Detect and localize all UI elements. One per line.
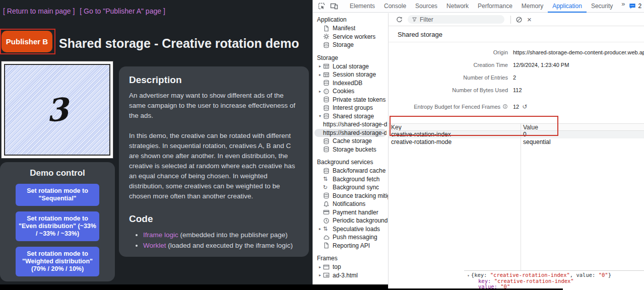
sidebar-item-manifest[interactable]: Manifest [313,24,388,33]
entry-preview-pane: ▾{key: "creative-rotation-index", value:… [464,270,644,290]
funnel-icon [412,17,417,22]
value-column-header[interactable]: Value [521,124,644,130]
database-icon [323,105,330,111]
sidebar-item-service-workers[interactable]: Service workers [313,33,388,41]
metadata-row-number-of-entries: Number of Entries 2 [389,71,644,84]
ad-creative-iframe: 3 [1,61,113,159]
issues-indicator[interactable]: 2 [629,3,641,10]
description-paragraph-2: In this demo, the creative can be rotate… [129,131,299,201]
device-toolbar-icon[interactable] [330,2,338,10]
column-divider[interactable] [521,124,521,270]
sidebar-item-cookies[interactable]: ▸Cookies [313,87,388,96]
publisher-b-badge[interactable]: Publisher B [2,31,52,52]
sidebar-item-storage-buckets[interactable]: Storage buckets [313,146,388,154]
devtools-window: Elements Console Sources Network Perform… [312,0,644,290]
set-weighted-distribution-button[interactable]: Set rotation mode to "Weighted distribut… [16,247,99,276]
iframe-logic-link[interactable]: Iframe logic [143,231,178,239]
database-icon [323,168,330,174]
sidebar-item-back-forward-cache[interactable]: Back/forward cache [313,167,388,175]
sidebar-item-background-fetch[interactable]: ⇅Background fetch [313,175,388,184]
sidebar-item-shared-storage-origin-2-selected[interactable]: https://shared-storage-d… [314,129,387,137]
more-tabs-icon[interactable]: » [617,0,629,13]
set-even-distribution-button[interactable]: Set rotation mode to "Even distribution"… [16,211,99,241]
sidebar-item-interest-groups[interactable]: Interest groups [313,104,388,112]
sidebar-item-bounce-tracking-mitigations[interactable]: Bounce tracking mitiga… [313,192,388,200]
sidebar-item-notifications[interactable]: Notifications [313,200,388,208]
sidebar-item-frame-ad-3[interactable]: ▸ad-3.html [313,271,388,280]
creation-time-value: 12/9/2024, 1:23:40 PM [513,62,569,68]
application-panel-sidebar: Application Manifest Service workers Sto… [313,13,389,290]
description-panel: Description An advertiser may want to sh… [119,66,309,257]
reset-budget-icon[interactable]: ↺ [522,103,527,110]
cloud-icon [323,234,330,241]
sidebar-item-indexeddb[interactable]: IndexedDB [313,79,388,88]
tab-network[interactable]: Network [442,0,473,13]
filter-input[interactable] [420,16,495,23]
sidebar-item-shared-storage-origin-1[interactable]: https://shared-storage-d… [313,120,388,129]
panel-toolbar: × [389,13,644,26]
filter-box[interactable] [408,15,504,24]
sidebar-item-shared-storage[interactable]: ▾Shared storage [313,112,388,121]
tab-console[interactable]: Console [379,0,411,13]
shared-storage-entries-table: Key Value creative-rotation-index 0 crea… [389,123,644,270]
tabbar-right-controls: 2 ⋮ × [629,2,644,10]
database-icon [323,96,330,103]
cookie-icon [323,88,330,95]
chevron-right-icon[interactable]: ▸ [317,89,323,94]
sidebar-item-periodic-background-sync[interactable]: Periodic background s… [313,216,388,225]
file-icon [323,242,330,249]
issues-count: 2 [638,3,641,10]
iframe-icon [323,272,330,278]
chevron-right-icon[interactable]: ▸ [317,265,323,269]
tab-memory[interactable]: Memory [517,0,548,13]
sidebar-item-frame-top[interactable]: ▸top [313,263,388,271]
table-row-creative-rotation-mode[interactable]: creative-rotation-mode sequential [389,138,644,146]
sidebar-item-storage[interactable]: Storage [313,41,388,49]
chevron-right-icon[interactable]: ▸ [317,64,323,68]
inspect-element-icon[interactable] [317,2,326,10]
description-heading: Description [129,75,299,86]
sidebar-item-private-state-tokens[interactable]: Private state tokens [313,96,388,104]
sidebar-item-cache-storage[interactable]: Cache storage [313,137,388,146]
clear-all-icon[interactable] [516,16,523,23]
sidebar-item-push-messaging[interactable]: Push messaging [313,233,388,242]
expanded-triangle-icon[interactable]: ▾ [467,273,470,278]
sidebar-item-reporting-api[interactable]: Reporting API [313,242,388,250]
key-column-header[interactable]: Key [389,124,521,130]
sidebar-section-frames: Frames [313,254,388,263]
delete-selected-icon[interactable]: × [527,16,532,23]
return-to-main-page-link[interactable]: [ Return to main page ] [3,7,75,15]
chevron-right-icon[interactable]: ▸ [317,227,323,231]
tab-performance[interactable]: Performance [473,0,517,13]
sidebar-item-speculative-loads[interactable]: ▸⇅Speculative loads [313,225,388,234]
set-sequential-button[interactable]: Set rotation mode to "Sequential" [16,184,99,206]
sidebar-item-local-storage[interactable]: ▸Local storage [313,62,388,71]
sidebar-item-payment-handler[interactable]: Payment handler [313,208,388,217]
toolbar-separator [510,16,511,24]
info-icon[interactable] [502,104,508,109]
sidebar-item-session-storage[interactable]: ▸Session storage [313,70,388,79]
go-to-publisher-a-link[interactable]: [ Go to "Publisher A" page ] [80,7,165,15]
refresh-icon[interactable] [396,16,403,23]
chevron-down-icon[interactable]: ▾ [317,114,323,118]
metadata-row-bytes-used: Number of Bytes Used 112 [389,84,644,96]
bytes-used-value: 112 [513,87,522,93]
up-down-arrows-icon: ⇅ [323,176,330,182]
entropy-value: 12 [513,104,519,110]
sidebar-item-background-sync[interactable]: ↻Background sync [313,183,388,192]
screenshot-stage: [ Return to main page ] [ Go to "Publish… [0,0,644,290]
tab-security[interactable]: Security [587,0,617,13]
chevron-right-icon[interactable]: ▸ [317,273,323,277]
bell-icon [323,201,330,207]
table-row-creative-rotation-index[interactable]: creative-rotation-index 0 [389,131,644,138]
tab-elements[interactable]: Elements [345,0,379,13]
shared-storage-heading: Shared storage [389,26,644,42]
database-icon [323,192,330,199]
chevron-right-icon[interactable]: ▸ [317,72,323,77]
worklet-link[interactable]: Worklet [143,242,166,249]
tab-sources[interactable]: Sources [411,0,442,13]
table-icon [323,63,330,69]
database-icon [323,138,330,144]
tab-application[interactable]: Application [548,0,587,13]
frame-icon [323,264,330,270]
